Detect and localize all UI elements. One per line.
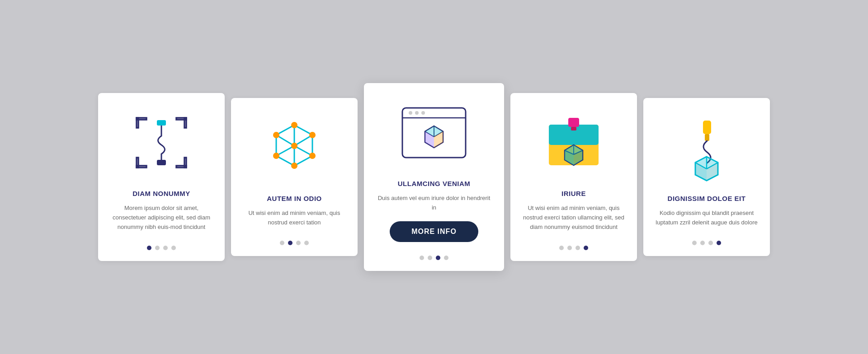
dot: [584, 246, 588, 250]
card-1-icon: [125, 107, 198, 179]
svg-rect-38: [568, 118, 579, 127]
card-5-icon: [670, 112, 743, 184]
dot: [428, 256, 432, 260]
dot: [717, 241, 721, 245]
svg-point-18: [309, 132, 316, 138]
dot: [171, 246, 176, 250]
dot: [700, 241, 705, 245]
dot: [147, 246, 151, 250]
dot: [304, 241, 309, 245]
svg-rect-39: [571, 127, 576, 130]
card-1-text: Morem ipsum dolor sit amet, consectetuer…: [109, 204, 214, 232]
dot: [155, 246, 160, 250]
dot: [444, 256, 448, 260]
svg-point-27: [415, 111, 419, 115]
dot: [436, 256, 440, 260]
dot: [296, 241, 301, 245]
card-2-dots: [280, 236, 309, 245]
dot: [280, 241, 284, 245]
svg-point-22: [273, 132, 279, 138]
card-3-icon: [398, 97, 470, 169]
card-4: IRIURE Ut wisi enim ad minim veniam, qui…: [510, 93, 637, 261]
dot: [420, 256, 424, 260]
card-3: ULLAMCING VENIAM Duis autem vel eum iriu…: [364, 83, 504, 271]
dot: [567, 246, 572, 250]
card-3-title: ULLAMCING VENIAM: [398, 180, 471, 187]
card-5-title: DIGNISSIM DOLOE EIT: [668, 195, 746, 202]
svg-point-23: [291, 143, 297, 149]
card-3-dots: [420, 251, 448, 260]
svg-rect-9: [157, 160, 166, 165]
more-info-button[interactable]: MORE INFO: [390, 221, 478, 242]
dot: [576, 246, 580, 250]
svg-point-17: [291, 122, 297, 128]
svg-point-20: [291, 163, 297, 169]
svg-point-28: [421, 111, 425, 115]
dot: [559, 246, 564, 250]
svg-point-26: [409, 111, 412, 115]
dot: [708, 241, 713, 245]
card-5-dots: [692, 236, 721, 245]
card-1-title: DIAM NONUMMY: [132, 190, 190, 197]
card-2-text: Ut wisi enim ad minim veniam, quis nostr…: [242, 209, 347, 228]
svg-rect-48: [705, 134, 709, 141]
card-3-text: Duis autem vel eum iriure dolor in hendr…: [377, 194, 491, 213]
card-4-title: IRIURE: [561, 190, 586, 197]
svg-point-19: [309, 153, 316, 159]
card-2: AUTEM IN ODIO Ut wisi enim ad minim veni…: [231, 98, 358, 256]
card-2-icon: [258, 112, 330, 184]
dot: [288, 241, 292, 245]
cards-container: DIAM NONUMMY Morem ipsum dolor sit amet,…: [98, 83, 770, 271]
card-4-text: Ut wisi enim ad minim veniam, quis nostr…: [521, 204, 626, 232]
card-4-icon: [538, 107, 610, 179]
svg-rect-47: [703, 121, 711, 134]
card-4-dots: [559, 241, 588, 250]
dot: [163, 246, 168, 250]
dot: [692, 241, 697, 245]
card-2-title: AUTEM IN ODIO: [267, 195, 322, 202]
card-5: DIGNISSIM DOLOE EIT Kodio dignissim qui …: [643, 98, 770, 256]
svg-point-21: [273, 153, 279, 159]
card-5-text: Kodio dignissim qui blandit praesent lup…: [654, 209, 759, 228]
card-1: DIAM NONUMMY Morem ipsum dolor sit amet,…: [98, 93, 225, 261]
svg-rect-8: [157, 120, 166, 126]
card-1-dots: [147, 241, 176, 250]
